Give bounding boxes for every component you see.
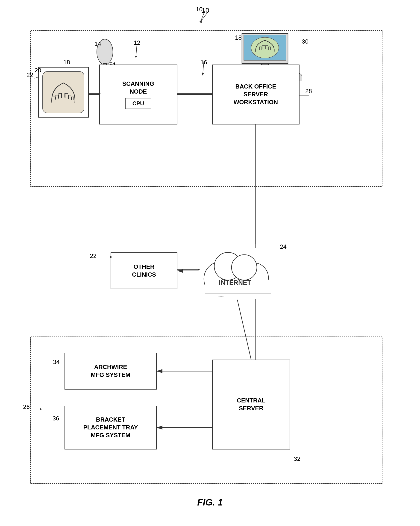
ref-26: 26 [23, 403, 30, 411]
other-clinics-label: OTHERCLINICS [132, 263, 156, 279]
ref-36: 36 [52, 415, 59, 422]
cpu-box: CPU [125, 98, 152, 109]
dental-scan-svg [41, 70, 85, 114]
line-node-to-office [177, 91, 214, 96]
svg-rect-16 [43, 71, 84, 113]
scanning-node-label: SCANNINGNODE [122, 80, 154, 96]
ref-22-mid: 22 [90, 253, 97, 260]
back-office-box: BACK OFFICESERVERWORKSTATION [212, 65, 300, 124]
diagram-container: 10 10 22 18 20 [0, 0, 420, 526]
line-office-down [253, 124, 259, 248]
central-server-box: CENTRALSERVER [212, 360, 290, 449]
svg-marker-35 [202, 73, 204, 76]
cpu-label: CPU [132, 100, 144, 106]
ref-10-arrow [198, 9, 212, 25]
svg-marker-13 [199, 20, 202, 23]
ref-16-arrow [198, 60, 210, 78]
svg-marker-57 [40, 408, 41, 410]
bracket-label: BRACKETPLACEMENT TRAYMFG SYSTEM [83, 416, 138, 439]
scanning-node-box: SCANNINGNODE CPU [99, 65, 177, 124]
ref-26-arrow [30, 405, 41, 414]
ref-32: 32 [294, 455, 300, 462]
svg-marker-55 [157, 426, 160, 429]
ref-20: 20 [35, 67, 41, 74]
ref-14: 14 [94, 40, 101, 48]
ref-24: 24 [280, 243, 287, 250]
ref-34: 34 [53, 358, 60, 365]
svg-marker-50 [198, 269, 200, 271]
back-office-label: BACK OFFICESERVERWORKSTATION [234, 83, 278, 106]
ref-22-top: 22 [27, 71, 33, 79]
svg-line-20 [136, 43, 137, 56]
ref-30: 30 [302, 38, 309, 45]
svg-marker-48 [110, 256, 112, 258]
ref-18-scan: 18 [63, 59, 70, 66]
central-server-label: CENTRALSERVER [237, 397, 265, 412]
svg-line-34 [203, 61, 204, 74]
ref-12-arrow [131, 41, 143, 60]
svg-text:INTERNET: INTERNET [219, 279, 251, 286]
arrow-server-bracket [156, 425, 214, 431]
fig-caption: FIG. 1 [197, 497, 223, 507]
ref-28: 28 [305, 88, 312, 95]
ref-22-mid-arrow [97, 253, 113, 262]
scan-display-box [38, 67, 89, 118]
ref-18-monitor: 18 [235, 34, 242, 41]
internet-cloud-svg: INTERNET [191, 240, 279, 300]
bracket-box: BRACKETPLACEMENT TRAYMFG SYSTEM [64, 406, 157, 449]
arrow-server-archwire [156, 368, 214, 374]
other-clinics-box: OTHERCLINICS [110, 253, 177, 289]
svg-marker-21 [135, 56, 137, 58]
line-scan-to-node [88, 91, 101, 96]
archwire-box: ARCHWIREMFG SYSTEM [64, 353, 157, 390]
archwire-label: ARCHWIREMFG SYSTEM [91, 363, 130, 379]
svg-point-43 [231, 255, 257, 280]
line-clinics-internet [177, 267, 200, 272]
line-internet-to-server [253, 298, 259, 364]
